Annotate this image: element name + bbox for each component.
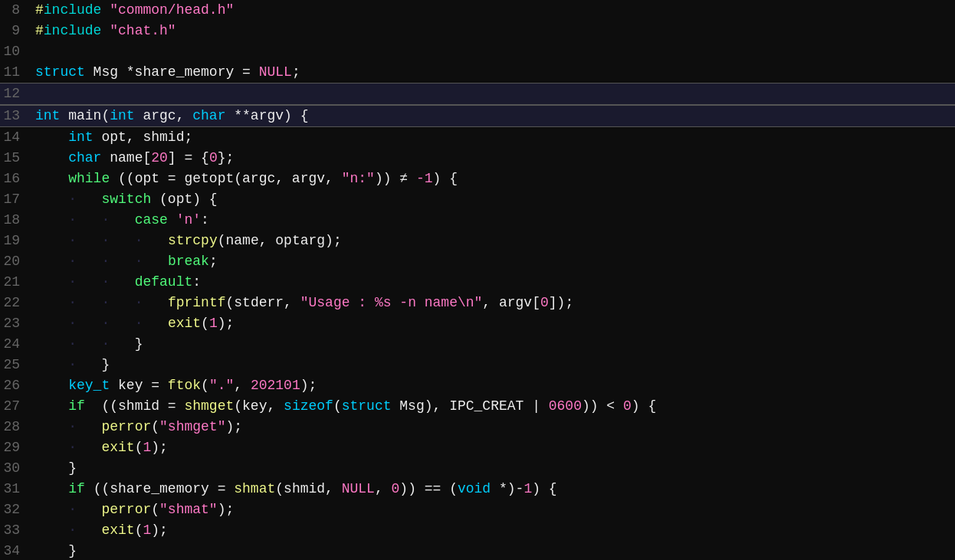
code-line: 28 · perror("shmget"); [0, 417, 955, 437]
line-number: 12 [0, 84, 29, 104]
line-content: · switch (opt) { [29, 189, 955, 210]
line-number: 23 [0, 313, 29, 334]
line-number: 18 [0, 210, 29, 231]
code-line: 32 · perror("shmat"); [0, 499, 955, 520]
line-content: · } [29, 355, 955, 375]
line-number: 9 [0, 21, 29, 41]
line-content: } [29, 541, 955, 560]
line-number: 24 [0, 334, 29, 355]
line-content: if ((shmid = shmget(key, sizeof(struct M… [29, 396, 955, 417]
line-content: · exit(1); [29, 520, 955, 541]
code-line: 22 · · · fprintf(stderr, "Usage : %s -n … [0, 293, 955, 313]
line-number: 25 [0, 355, 29, 375]
code-line: 9#include "chat.h" [0, 21, 955, 41]
code-editor: 8#include "common/head.h"9#include "chat… [0, 0, 955, 560]
line-number: 34 [0, 541, 29, 560]
line-content: · · · strcpy(name, optarg); [29, 231, 955, 251]
code-line: 15 char name[20] = {0}; [0, 148, 955, 169]
line-number: 21 [0, 272, 29, 293]
line-content: } [29, 458, 955, 479]
code-line: 29 · exit(1); [0, 437, 955, 458]
code-line: 21 · · default: [0, 272, 955, 293]
line-content: · · · break; [29, 251, 955, 272]
line-content: #include "common/head.h" [29, 0, 955, 21]
code-line: 25 · } [0, 355, 955, 375]
line-number: 8 [0, 0, 29, 21]
line-number: 27 [0, 396, 29, 417]
code-line: 20 · · · break; [0, 251, 955, 272]
line-content: · · case 'n': [29, 210, 955, 231]
line-number: 19 [0, 231, 29, 251]
line-content: struct Msg *share_memory = NULL; [29, 62, 955, 83]
line-content: · perror("shmget"); [29, 417, 955, 437]
line-number: 29 [0, 437, 29, 458]
line-content: while ((opt = getopt(argc, argv, "n:")) … [29, 169, 955, 189]
line-content: #include "chat.h" [29, 21, 955, 41]
code-line: 19 · · · strcpy(name, optarg); [0, 231, 955, 251]
code-line: 26 key_t key = ftok(".", 202101); [0, 375, 955, 396]
line-number: 11 [0, 62, 29, 83]
line-number: 31 [0, 479, 29, 499]
code-line: 30 } [0, 458, 955, 479]
line-number: 28 [0, 417, 29, 437]
line-content: · exit(1); [29, 437, 955, 458]
line-content: · perror("shmat"); [29, 499, 955, 520]
line-content: char name[20] = {0}; [29, 148, 955, 169]
code-line: 10 [0, 41, 955, 62]
line-number: 17 [0, 189, 29, 210]
line-content: int opt, shmid; [29, 127, 955, 148]
line-content: int main(int argc, char **argv) { [29, 106, 955, 126]
line-number: 30 [0, 458, 29, 479]
code-line: 27 if ((shmid = shmget(key, sizeof(struc… [0, 396, 955, 417]
code-line: 8#include "common/head.h" [0, 0, 955, 21]
line-number: 20 [0, 251, 29, 272]
line-number: 26 [0, 375, 29, 396]
line-content: · · · exit(1); [29, 313, 955, 334]
line-number: 22 [0, 293, 29, 313]
line-content: · · default: [29, 272, 955, 293]
code-line: 17 · switch (opt) { [0, 189, 955, 210]
line-number: 15 [0, 148, 29, 169]
code-line: 11struct Msg *share_memory = NULL; [0, 62, 955, 83]
line-number: 16 [0, 169, 29, 189]
line-number: 32 [0, 499, 29, 520]
line-number: 33 [0, 520, 29, 541]
code-line: 18 · · case 'n': [0, 210, 955, 231]
code-line: 14 int opt, shmid; [0, 127, 955, 148]
code-line: 31 if ((share_memory = shmat(shmid, NULL… [0, 479, 955, 499]
line-content: · · · fprintf(stderr, "Usage : %s -n nam… [29, 293, 955, 313]
code-line: 12 [0, 83, 955, 105]
line-content: if ((share_memory = shmat(shmid, NULL, 0… [29, 479, 955, 499]
code-line: 13int main(int argc, char **argv) { [0, 105, 955, 127]
code-line: 23 · · · exit(1); [0, 313, 955, 334]
line-content: · · } [29, 334, 955, 355]
line-number: 13 [0, 106, 29, 126]
code-line: 16 while ((opt = getopt(argc, argv, "n:"… [0, 169, 955, 189]
line-content: key_t key = ftok(".", 202101); [29, 375, 955, 396]
code-line: 34 } [0, 541, 955, 560]
line-number: 14 [0, 127, 29, 148]
line-number: 10 [0, 41, 29, 62]
code-line: 33 · exit(1); [0, 520, 955, 541]
code-line: 24 · · } [0, 334, 955, 355]
